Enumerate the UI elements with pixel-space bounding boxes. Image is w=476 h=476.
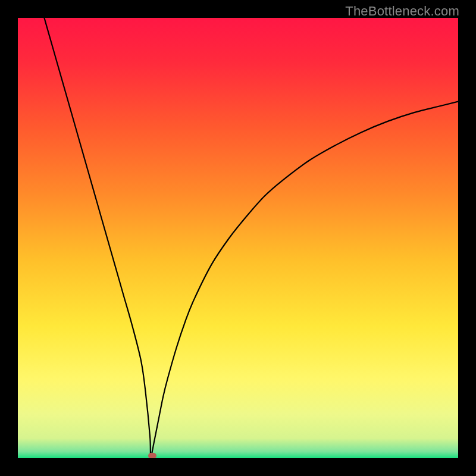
chart-frame: TheBottleneck.com xyxy=(0,0,476,476)
watermark-label: TheBottleneck.com xyxy=(345,4,459,19)
plot-area xyxy=(18,18,458,458)
bottleneck-curve xyxy=(18,18,458,458)
minimum-marker xyxy=(148,453,156,458)
